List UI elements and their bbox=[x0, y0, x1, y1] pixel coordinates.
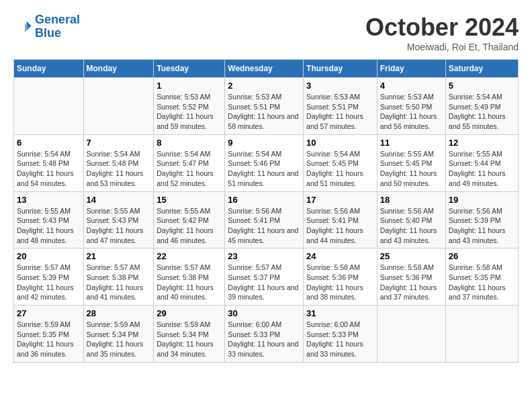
cell-content: Sunrise: 5:53 AMSunset: 5:51 PMDaylight:… bbox=[228, 92, 300, 132]
location-subtitle: Moeiwadi, Roi Et, Thailand bbox=[365, 42, 519, 52]
logo-icon bbox=[13, 17, 32, 36]
day-number: 22 bbox=[157, 251, 222, 261]
calendar-cell: 18Sunrise: 5:56 AMSunset: 5:40 PMDayligh… bbox=[377, 191, 445, 248]
calendar-week-row: 27Sunrise: 5:59 AMSunset: 5:35 PMDayligh… bbox=[14, 306, 519, 363]
calendar-week-row: 20Sunrise: 5:57 AMSunset: 5:39 PMDayligh… bbox=[14, 248, 519, 306]
weekday-header: Friday bbox=[377, 60, 445, 78]
cell-content: Sunrise: 5:58 AMSunset: 5:35 PMDaylight:… bbox=[449, 263, 515, 302]
cell-content: Sunrise: 5:59 AMSunset: 5:34 PMDaylight:… bbox=[157, 320, 222, 359]
calendar-cell: 11Sunrise: 5:55 AMSunset: 5:45 PMDayligh… bbox=[377, 134, 445, 191]
logo-line1: General bbox=[35, 13, 80, 26]
day-number: 7 bbox=[87, 138, 151, 148]
logo: General Blue bbox=[13, 13, 80, 40]
calendar-week-row: 13Sunrise: 5:55 AMSunset: 5:43 PMDayligh… bbox=[14, 191, 519, 248]
month-title: October 2024 bbox=[365, 13, 519, 42]
cell-content: Sunrise: 5:55 AMSunset: 5:44 PMDaylight:… bbox=[449, 149, 515, 189]
cell-content: Sunrise: 5:55 AMSunset: 5:45 PMDaylight:… bbox=[380, 149, 443, 189]
calendar-cell: 28Sunrise: 5:59 AMSunset: 5:34 PMDayligh… bbox=[83, 306, 154, 363]
weekday-header: Monday bbox=[83, 60, 154, 78]
cell-content: Sunrise: 5:57 AMSunset: 5:39 PMDaylight:… bbox=[17, 263, 81, 302]
weekday-header-row: SundayMondayTuesdayWednesdayThursdayFrid… bbox=[14, 60, 519, 78]
page-header: General Blue October 2024 Moeiwadi, Roi … bbox=[13, 13, 519, 52]
calendar-cell: 26Sunrise: 5:58 AMSunset: 5:35 PMDayligh… bbox=[445, 248, 518, 306]
calendar-cell: 17Sunrise: 5:56 AMSunset: 5:41 PMDayligh… bbox=[304, 191, 378, 248]
weekday-header: Wednesday bbox=[225, 60, 304, 78]
day-number: 27 bbox=[17, 308, 81, 318]
day-number: 30 bbox=[228, 308, 300, 318]
cell-content: Sunrise: 5:54 AMSunset: 5:49 PMDaylight:… bbox=[449, 92, 515, 132]
cell-content: Sunrise: 5:55 AMSunset: 5:43 PMDaylight:… bbox=[87, 206, 151, 246]
calendar-cell: 5Sunrise: 5:54 AMSunset: 5:49 PMDaylight… bbox=[445, 78, 518, 135]
calendar-table: SundayMondayTuesdayWednesdayThursdayFrid… bbox=[13, 59, 519, 363]
cell-content: Sunrise: 5:53 AMSunset: 5:51 PMDaylight:… bbox=[306, 92, 374, 132]
calendar-cell: 14Sunrise: 5:55 AMSunset: 5:43 PMDayligh… bbox=[83, 191, 154, 248]
day-number: 21 bbox=[87, 251, 151, 261]
calendar-cell: 9Sunrise: 5:54 AMSunset: 5:46 PMDaylight… bbox=[225, 134, 304, 191]
cell-content: Sunrise: 5:56 AMSunset: 5:41 PMDaylight:… bbox=[306, 206, 374, 246]
calendar-cell: 21Sunrise: 5:57 AMSunset: 5:38 PMDayligh… bbox=[83, 248, 154, 306]
calendar-cell bbox=[83, 78, 154, 135]
cell-content: Sunrise: 5:55 AMSunset: 5:43 PMDaylight:… bbox=[17, 206, 81, 246]
title-block: October 2024 Moeiwadi, Roi Et, Thailand bbox=[365, 13, 519, 52]
calendar-cell: 19Sunrise: 5:56 AMSunset: 5:39 PMDayligh… bbox=[445, 191, 518, 248]
calendar-cell: 15Sunrise: 5:55 AMSunset: 5:42 PMDayligh… bbox=[154, 191, 225, 248]
cell-content: Sunrise: 5:57 AMSunset: 5:38 PMDaylight:… bbox=[157, 263, 222, 302]
day-number: 6 bbox=[17, 138, 81, 148]
day-number: 11 bbox=[380, 138, 443, 148]
calendar-cell: 25Sunrise: 5:58 AMSunset: 5:36 PMDayligh… bbox=[377, 248, 445, 306]
day-number: 20 bbox=[17, 251, 81, 261]
day-number: 12 bbox=[449, 138, 515, 148]
cell-content: Sunrise: 5:53 AMSunset: 5:50 PMDaylight:… bbox=[380, 92, 443, 132]
day-number: 23 bbox=[228, 251, 300, 261]
calendar-cell: 10Sunrise: 5:54 AMSunset: 5:45 PMDayligh… bbox=[304, 134, 378, 191]
calendar-cell: 8Sunrise: 5:54 AMSunset: 5:47 PMDaylight… bbox=[154, 134, 225, 191]
day-number: 9 bbox=[228, 138, 300, 148]
calendar-cell: 31Sunrise: 6:00 AMSunset: 5:33 PMDayligh… bbox=[304, 306, 378, 363]
day-number: 29 bbox=[157, 308, 222, 318]
calendar-cell bbox=[14, 78, 84, 135]
cell-content: Sunrise: 5:56 AMSunset: 5:41 PMDaylight:… bbox=[228, 206, 300, 246]
cell-content: Sunrise: 5:58 AMSunset: 5:36 PMDaylight:… bbox=[306, 263, 374, 302]
day-number: 8 bbox=[157, 138, 222, 148]
cell-content: Sunrise: 5:58 AMSunset: 5:36 PMDaylight:… bbox=[380, 263, 443, 302]
day-number: 4 bbox=[380, 81, 443, 91]
calendar-cell: 20Sunrise: 5:57 AMSunset: 5:39 PMDayligh… bbox=[14, 248, 84, 306]
cell-content: Sunrise: 5:59 AMSunset: 5:34 PMDaylight:… bbox=[87, 320, 151, 359]
cell-content: Sunrise: 5:54 AMSunset: 5:46 PMDaylight:… bbox=[228, 149, 300, 189]
calendar-cell: 2Sunrise: 5:53 AMSunset: 5:51 PMDaylight… bbox=[225, 78, 304, 135]
calendar-cell: 29Sunrise: 5:59 AMSunset: 5:34 PMDayligh… bbox=[154, 306, 225, 363]
cell-content: Sunrise: 5:56 AMSunset: 5:39 PMDaylight:… bbox=[449, 206, 515, 246]
cell-content: Sunrise: 5:55 AMSunset: 5:42 PMDaylight:… bbox=[157, 206, 222, 246]
cell-content: Sunrise: 5:53 AMSunset: 5:52 PMDaylight:… bbox=[157, 92, 222, 132]
calendar-cell: 16Sunrise: 5:56 AMSunset: 5:41 PMDayligh… bbox=[225, 191, 304, 248]
day-number: 13 bbox=[17, 195, 81, 205]
weekday-header: Thursday bbox=[304, 60, 378, 78]
calendar-cell: 23Sunrise: 5:57 AMSunset: 5:37 PMDayligh… bbox=[225, 248, 304, 306]
calendar-cell: 30Sunrise: 6:00 AMSunset: 5:33 PMDayligh… bbox=[225, 306, 304, 363]
day-number: 18 bbox=[380, 195, 443, 205]
cell-content: Sunrise: 5:54 AMSunset: 5:47 PMDaylight:… bbox=[157, 149, 222, 189]
calendar-cell: 6Sunrise: 5:54 AMSunset: 5:48 PMDaylight… bbox=[14, 134, 84, 191]
day-number: 5 bbox=[449, 81, 515, 91]
cell-content: Sunrise: 6:00 AMSunset: 5:33 PMDaylight:… bbox=[306, 320, 374, 359]
calendar-cell: 22Sunrise: 5:57 AMSunset: 5:38 PMDayligh… bbox=[154, 248, 225, 306]
calendar-cell bbox=[445, 306, 518, 363]
cell-content: Sunrise: 5:54 AMSunset: 5:48 PMDaylight:… bbox=[87, 149, 151, 189]
day-number: 1 bbox=[157, 81, 222, 91]
cell-content: Sunrise: 5:59 AMSunset: 5:35 PMDaylight:… bbox=[17, 320, 81, 359]
calendar-cell: 12Sunrise: 5:55 AMSunset: 5:44 PMDayligh… bbox=[445, 134, 518, 191]
cell-content: Sunrise: 5:54 AMSunset: 5:45 PMDaylight:… bbox=[306, 149, 374, 189]
day-number: 10 bbox=[306, 138, 374, 148]
calendar-week-row: 1Sunrise: 5:53 AMSunset: 5:52 PMDaylight… bbox=[14, 78, 519, 135]
cell-content: Sunrise: 5:56 AMSunset: 5:40 PMDaylight:… bbox=[380, 206, 443, 246]
calendar-cell: 24Sunrise: 5:58 AMSunset: 5:36 PMDayligh… bbox=[304, 248, 378, 306]
day-number: 17 bbox=[306, 195, 374, 205]
calendar-cell: 3Sunrise: 5:53 AMSunset: 5:51 PMDaylight… bbox=[304, 78, 378, 135]
day-number: 15 bbox=[157, 195, 222, 205]
day-number: 28 bbox=[87, 308, 151, 318]
day-number: 24 bbox=[306, 251, 374, 261]
weekday-header: Saturday bbox=[445, 60, 518, 78]
calendar-cell: 4Sunrise: 5:53 AMSunset: 5:50 PMDaylight… bbox=[377, 78, 445, 135]
cell-content: Sunrise: 5:54 AMSunset: 5:48 PMDaylight:… bbox=[17, 149, 81, 189]
weekday-header: Sunday bbox=[14, 60, 84, 78]
